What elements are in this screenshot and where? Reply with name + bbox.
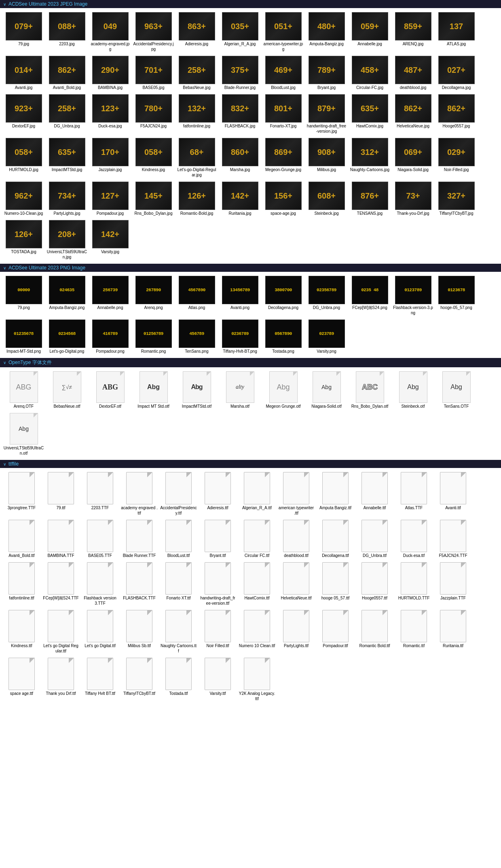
file-item[interactable]: 908+Milibus.jpg [305,136,348,179]
file-item[interactable]: fatfontinline.ttf [2,561,41,608]
file-item[interactable]: 456789TenSans.png [175,318,218,356]
file-item[interactable]: Annabelle.ttf [355,470,394,517]
file-item[interactable]: 029+Noir-Filled.jpg [435,136,478,179]
file-item[interactable]: Kindness.ttf [2,608,41,655]
file-item[interactable]: Blade Runner.TTF [120,518,159,560]
file-item[interactable]: AbgSteinbeck.otf [392,370,434,411]
file-item[interactable]: 0123678hooge-05_57.png [435,274,478,317]
file-item[interactable]: 059+Annabelle.jpg [349,11,391,53]
file-item[interactable]: 142+Varsity.jpg [89,218,131,261]
file-item[interactable]: american typewriter .ttf [277,470,315,517]
file-item[interactable]: Duck-esa.ttf [395,518,433,560]
file-item[interactable]: Atlas.TTF [395,470,433,517]
file-item[interactable]: space age.ttf [2,656,41,703]
file-item[interactable]: 058+Kindness.jpg [132,136,175,179]
file-item[interactable]: 862+Avanti_Bold.jpg [46,54,88,92]
file-item[interactable]: HelveticaNeue.ttf [277,561,315,608]
ttf-section-header[interactable]: ∨ ttffile [0,460,501,468]
file-item[interactable]: F5AJCN24.TTF [434,518,472,560]
file-item[interactable]: 469+BloodLust.jpg [262,54,304,92]
file-item[interactable]: 734+PartyLights.jpg [46,180,88,218]
file-item[interactable]: academy engraved .ttf [120,470,159,517]
file-item[interactable]: ABGDextorEF.otf [89,370,131,411]
file-item[interactable]: 801+Fonarto-XT.jpg [262,93,304,135]
file-item[interactable]: 2203.TTF [81,470,119,517]
file-item[interactable]: HURTMOLD.TTF [395,561,433,608]
file-item[interactable]: Avanti.ttf [434,470,472,517]
file-item[interactable]: Hooge0557.ttf [355,561,394,608]
file-item[interactable]: 0567890Tostada.png [262,318,304,356]
file-item[interactable]: 079+79.jpg [2,11,45,53]
file-item[interactable]: 79.ttf [42,470,80,517]
file-item[interactable]: Thank you Drf.ttf [42,656,80,703]
file-item[interactable]: 145+Rns_Bobo_Dylan.jpg [132,180,175,218]
file-item[interactable]: 327+TiffanyITCbyBT.jpg [435,180,478,218]
file-item[interactable]: 869+Megeon-Grunge.jpg [262,136,304,179]
file-item[interactable]: 027+Decollagena.jpg [435,54,478,92]
file-item[interactable]: Tostada.ttf [159,656,198,703]
file-item[interactable]: 258+BebasNeue.jpg [175,54,218,92]
file-item[interactable]: Romantic Bold.ttf [355,608,394,655]
file-item[interactable]: 014+Avanti.jpg [2,54,45,92]
file-item[interactable]: 862+Hooge0557.jpg [435,93,478,135]
file-item[interactable]: 126+TOSTADA.jpg [2,218,45,261]
file-item[interactable]: 635+ImpactMTStd.jpg [46,136,88,179]
file-item[interactable]: hooge 05_57.ttf [316,561,355,608]
file-item[interactable]: 0000079.png [2,274,45,317]
file-item[interactable]: 123+Duck-esa.jpg [89,93,131,135]
file-item[interactable]: Varsity.ttf [199,656,237,703]
file-item[interactable]: FLASHBACK.TTF [120,561,159,608]
file-item[interactable]: 862+HelveticaNeue.jpg [392,93,434,135]
file-item[interactable]: 480+Amputa-Bangiz.jpg [305,11,348,53]
file-item[interactable]: 863+Adieresis.jpg [175,11,218,53]
file-item[interactable]: Avanti_Bold.ttf [2,518,41,560]
file-item[interactable]: 290+BAMBINA.jpg [89,54,131,92]
file-item[interactable]: 051+american-typewriter.jpg [262,11,304,53]
file-item[interactable]: 126+Romantic-Bold.jpg [175,180,218,218]
file-item[interactable]: BloodLust.ttf [159,518,198,560]
file-item[interactable]: BAMBINA.TTF [42,518,80,560]
file-item[interactable]: 4567890Atlas.png [175,274,218,317]
file-item[interactable]: Pompadour.ttf [316,608,355,655]
file-item[interactable]: 860+Marsha.jpg [219,136,261,179]
file-item[interactable]: 058+HURTMOLD.jpg [2,136,45,179]
file-item[interactable]: Bryant.ttf [199,518,237,560]
file-item[interactable]: Circular FC.ttf [238,518,276,560]
file-item[interactable]: AccidentalPresidency.ttf [159,470,198,517]
file-item[interactable]: 069+Niagara-Solid.jpg [392,136,434,179]
file-item[interactable]: ABCRns_Bobo_Dylan.otf [349,370,391,411]
file-item[interactable]: 142+Ruritania.jpg [219,180,261,218]
file-item[interactable]: Let's go Digital.ttf [81,608,119,655]
file-item[interactable]: Noir Filled.ttf [199,608,237,655]
file-item[interactable]: Y2K Analog Legacy.ttf [238,656,276,703]
file-item[interactable]: FCep[W]闹S24.TTF [42,561,80,608]
file-item[interactable]: 208+UniversLTStd59UltraCn.jpg [46,218,88,261]
file-item[interactable]: Flashback version 3.TTF [81,561,119,608]
file-item[interactable]: Numero 10 Clean.ttf [238,608,276,655]
file-item[interactable]: Algerian_R_A.ttf [238,470,276,517]
file-item[interactable]: AbgImpactMTStd.otf [175,370,218,411]
file-item[interactable]: 035+Algerian_R_A.jpg [219,11,261,53]
file-item[interactable]: Adieresis.ttf [199,470,237,517]
file-item[interactable]: ∑√≠BebasNeue.otf [46,370,88,411]
jpeg-section-header[interactable]: ∨ ACDSee Ultimate 2023 JPEG Image [0,0,501,8]
file-item[interactable]: 258+DG_Unbra.jpg [46,93,88,135]
file-item[interactable]: AbgNiagara-Solid.otf [305,370,348,411]
file-item[interactable]: 859+ARENQ.jpg [392,11,434,53]
png-section-header[interactable]: ∨ ACDSee Ultimate 2023 PNG Image [0,264,501,272]
file-item[interactable]: 635+HawtComix.jpg [349,93,391,135]
file-item[interactable]: Milibus Sb.ttf [120,608,159,655]
file-item[interactable]: 608+Steinbeck.jpg [305,180,348,218]
file-item[interactable]: 876+TENSANS.jpg [349,180,391,218]
file-item[interactable]: 049academy-engraved.jpg [89,11,131,53]
file-item[interactable]: BASE05.TTF [81,518,119,560]
file-item[interactable]: 832+FLASHBACK.jpg [219,93,261,135]
file-item[interactable]: 962+Numero-10-Clean.jpg [2,180,45,218]
file-item[interactable]: 127+Pompadour.jpg [89,180,131,218]
file-item[interactable]: 01235678Impact-MT-Std.png [2,318,45,356]
file-item[interactable]: 963+AccidentalPresidency.jpg [132,11,175,53]
file-item[interactable]: 132+fatfontinline.jpg [175,93,218,135]
file-item[interactable]: Tiffany Hvlt BT.ttf [81,656,119,703]
file-item[interactable]: 088+2203.jpg [46,11,88,53]
file-item[interactable]: 024635Amputa-Bangiz.png [46,274,88,317]
